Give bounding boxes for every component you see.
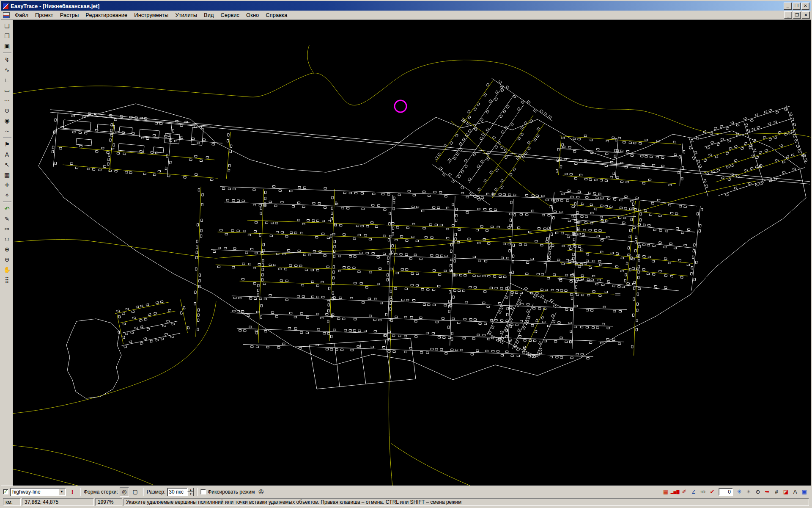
- layer-combobox[interactable]: highway-line ▼: [10, 488, 66, 496]
- app-icon: [3, 3, 9, 9]
- ortho-line-tool-button[interactable]: ∟: [2, 75, 12, 85]
- object-id-icon: !ID: [700, 490, 705, 494]
- menu-utilities[interactable]: Утилиты: [172, 11, 200, 19]
- menu-project[interactable]: Проект: [32, 11, 57, 19]
- eraser-shape-label: Форма стерки:: [84, 489, 118, 495]
- document-icon: [3, 12, 10, 18]
- menu-view[interactable]: Вид: [200, 11, 217, 19]
- mdi-close-button[interactable]: ✕: [802, 11, 810, 19]
- join-node-button[interactable]: ✶: [744, 487, 753, 497]
- point-tool-icon: ◉: [4, 117, 9, 124]
- eraser-circle-button[interactable]: ◎: [120, 487, 129, 497]
- scale-1-1-button[interactable]: 1:1: [2, 234, 12, 244]
- node-edit-tool-button[interactable]: ✛: [2, 180, 12, 190]
- counter-field[interactable]: 0: [719, 488, 733, 496]
- rectangle-tool-icon: ▭: [4, 87, 10, 94]
- menu-file[interactable]: Файл: [11, 11, 32, 19]
- circle-tool-button[interactable]: ⊙: [2, 105, 12, 116]
- polyline-tool-button[interactable]: ↯: [2, 55, 12, 65]
- size-value[interactable]: 30 пкс: [167, 488, 187, 496]
- spline-tool-button[interactable]: ∿: [2, 65, 12, 75]
- snap-node-button[interactable]: ✳: [735, 487, 744, 497]
- map-viewport[interactable]: [13, 20, 811, 486]
- mdi-minimize-button[interactable]: _: [784, 11, 792, 19]
- pan-tool-button[interactable]: ✋: [2, 265, 12, 275]
- flag-tool-button[interactable]: ⚑: [2, 139, 12, 149]
- flip-arrow-button[interactable]: ➥: [763, 487, 772, 497]
- undo-button[interactable]: ↶: [2, 204, 12, 214]
- dotted-line-tool-icon: ⋯: [4, 97, 10, 104]
- size-spinner[interactable]: 30 пкс ▲ ▼: [167, 488, 194, 496]
- menu-window[interactable]: Окно: [243, 11, 262, 19]
- raster-pattern-tool-button[interactable]: ⣿: [2, 275, 12, 285]
- close-button[interactable]: ✕: [801, 3, 809, 10]
- scale-1-1-icon: 1:1: [5, 237, 9, 241]
- grid-toggle-button[interactable]: #: [772, 487, 781, 497]
- rectangle-tool-button[interactable]: ▭: [2, 85, 12, 95]
- object-id-button[interactable]: !ID: [698, 487, 708, 497]
- new-file-button[interactable]: ❏: [2, 21, 12, 31]
- histogram-button[interactable]: ▂▅▇: [670, 487, 680, 497]
- eraser-tool-icon: ✂: [5, 226, 10, 232]
- flip-arrow-icon: ➥: [765, 489, 770, 495]
- pencil-tool-button[interactable]: ✎: [2, 214, 12, 224]
- square-eraser-icon: ▢: [133, 489, 138, 495]
- spline-tool-icon: ∿: [5, 66, 10, 73]
- menu-help[interactable]: Справка: [262, 11, 291, 19]
- mask-toggle-icon: ◪: [783, 489, 788, 495]
- zoom-out-button[interactable]: ⊖: [2, 254, 12, 265]
- camera-button[interactable]: ✇: [257, 487, 266, 497]
- bottom-toolbar: ✓ highway-line ▼ ! Форма стерки: ◎ ▢ Раз…: [1, 486, 811, 497]
- text-objects-button[interactable]: A: [790, 487, 800, 497]
- mdi-restore-button[interactable]: ❐: [793, 11, 801, 19]
- grid-select-tool-button[interactable]: ▦: [2, 170, 12, 180]
- menubar: Файл Проект Растры Редактирование Инстру…: [1, 11, 811, 20]
- layer-visible-checkbox[interactable]: ✓: [3, 489, 8, 494]
- vector-pencil-button[interactable]: ✐: [680, 487, 689, 497]
- mask-toggle-button[interactable]: ◪: [781, 487, 790, 497]
- circle-eraser-icon: ◎: [122, 489, 126, 495]
- select-tool-icon: ↖: [5, 161, 10, 168]
- eraser-square-button[interactable]: ▢: [131, 487, 140, 497]
- zoom-readout: 1997%: [95, 498, 122, 506]
- save-button[interactable]: ▣: [2, 41, 12, 51]
- menu-tools[interactable]: Инструменты: [131, 11, 172, 19]
- zoom-in-button[interactable]: ⊕: [2, 244, 12, 254]
- histogram-icon: ▂▅▇: [671, 490, 680, 494]
- titlebar[interactable]: EasyTrace - [Нижнебаканская.jet] _ ❐ ✕: [1, 1, 811, 11]
- alert-button[interactable]: !: [68, 487, 77, 497]
- z-order-button[interactable]: Z: [689, 487, 698, 497]
- validate-icon: ✔: [710, 489, 715, 495]
- field-plots: [309, 338, 416, 389]
- minimize-button[interactable]: _: [784, 3, 792, 10]
- vector-pencil-icon: ✐: [682, 489, 687, 495]
- snap-node-icon: ✳: [737, 489, 742, 495]
- spin-up-icon[interactable]: ▲: [187, 488, 194, 492]
- elevation-contour-corner: [13, 469, 81, 486]
- layer-colors-button[interactable]: ▣: [800, 487, 809, 497]
- select-tool-button[interactable]: ↖: [2, 160, 12, 170]
- eraser-tool-button[interactable]: ✂: [2, 224, 12, 234]
- target-node-button[interactable]: ⊙: [753, 487, 763, 497]
- freehand-tool-button[interactable]: ∼: [2, 126, 12, 136]
- open-project-button[interactable]: ❐: [2, 31, 12, 41]
- menu-rasters[interactable]: Растры: [57, 11, 82, 19]
- validate-button[interactable]: ✔: [708, 487, 717, 497]
- point-tool-button[interactable]: ◉: [2, 116, 12, 126]
- wand-tool-button[interactable]: ✧: [2, 190, 12, 200]
- text-tool-button[interactable]: A: [2, 149, 12, 160]
- fix-mode-checkbox[interactable]: [200, 489, 206, 494]
- spin-down-icon[interactable]: ▼: [187, 492, 194, 496]
- polyline-tool-icon: ↯: [5, 56, 10, 63]
- dotted-line-tool-button[interactable]: ⋯: [2, 95, 12, 105]
- raster-palette-button[interactable]: ▦: [661, 487, 670, 497]
- menu-editing[interactable]: Редактирование: [82, 11, 131, 19]
- km-label: км:: [3, 498, 21, 506]
- restore-button[interactable]: ❐: [793, 3, 801, 10]
- chevron-down-icon[interactable]: ▼: [58, 489, 65, 495]
- elevation-contour-bottom-left: [13, 445, 153, 485]
- left-toolbar: ❏❐▣↯∿∟▭⋯⊙◉∼⚑A↖▦✛✧↶✎✂1:1⊕⊖✋⣿: [1, 20, 13, 486]
- text-objects-icon: A: [793, 489, 797, 495]
- z-order-icon: Z: [692, 489, 695, 495]
- menu-service[interactable]: Сервис: [217, 11, 243, 19]
